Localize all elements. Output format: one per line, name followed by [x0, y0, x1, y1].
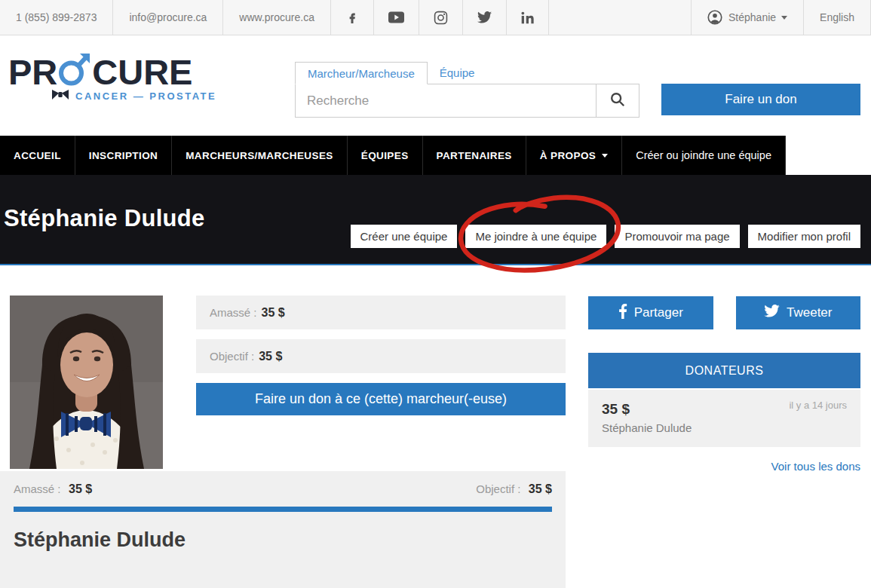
goal-label: Objectif :: [210, 350, 254, 363]
raised-label: Amassé :: [210, 306, 257, 319]
logo-tagline: CANCER — PROSTATE: [75, 90, 216, 102]
donor-list-item: 35 $ Stéphanie Dulude il y a 14 jours: [588, 390, 860, 447]
nav-creer-ou-joindre-equipe[interactable]: Créer ou joindre une équipe: [622, 136, 786, 175]
facebook-icon: [618, 304, 627, 323]
twitter-link[interactable]: [463, 0, 507, 35]
summary-goal-value: 35 $: [529, 482, 552, 495]
facebook-link[interactable]: [331, 0, 374, 35]
top-utility-bar: 1 (855) 899-2873 info@procure.ca www.pro…: [0, 0, 871, 35]
goal-value: 35 $: [259, 350, 282, 363]
procure-logo[interactable]: PR CURE CANCER — PROSTATE: [8, 51, 216, 103]
search-input[interactable]: [296, 84, 596, 117]
raised-value: 35 $: [262, 306, 285, 320]
donate-to-walker-button[interactable]: Faire un don à ce (cette) marcheur(-euse…: [196, 383, 566, 415]
user-menu[interactable]: Stéphanie: [692, 0, 804, 35]
nav-inscription[interactable]: INSCRIPTION: [75, 136, 172, 175]
nav-accueil[interactable]: ACCUEIL: [0, 136, 75, 175]
profile-content: Amassé : 35 $ Objectif : 35 $ Faire un d…: [0, 265, 871, 588]
nav-a-propos[interactable]: À PROPOS: [526, 136, 622, 175]
instagram-icon: [434, 11, 448, 25]
nav-partenaires[interactable]: PARTENAIRES: [423, 136, 526, 175]
search-button[interactable]: [596, 84, 639, 117]
sidebar: Partager Tweeter DONATEURS 35 $ Stéphani…: [588, 296, 860, 473]
youtube-icon: [388, 11, 404, 23]
chevron-down-icon: [602, 154, 608, 158]
facebook-icon: [345, 11, 359, 24]
join-team-button[interactable]: Me joindre à une équipe: [465, 225, 606, 248]
donor-name: Stéphanie Dulude: [602, 421, 847, 434]
twitter-icon: [764, 305, 780, 321]
create-team-button[interactable]: Créer une équipe: [351, 225, 458, 248]
twitter-icon: [477, 11, 492, 23]
tab-team-search[interactable]: Équipe: [428, 62, 487, 84]
logo-text-right: CURE: [92, 54, 192, 90]
site-header: PR CURE CANCER — PROSTATE Marcheur/March…: [0, 35, 871, 136]
page-title: Stéphanie Dulude: [4, 205, 205, 232]
main-navigation: ACCUEIL INSCRIPTION MARCHEURS/MARCHEUSES…: [0, 136, 871, 175]
logo-text-left: PR: [8, 54, 57, 90]
goal-row: Objectif : 35 $: [196, 339, 566, 373]
youtube-link[interactable]: [374, 0, 419, 35]
bowtie-icon: [52, 89, 69, 103]
chevron-down-icon: [781, 16, 787, 20]
tweet-button[interactable]: Tweeter: [736, 296, 861, 329]
email-link[interactable]: info@procure.ca: [113, 0, 223, 35]
instagram-link[interactable]: [419, 0, 463, 35]
user-avatar-icon: [707, 10, 722, 25]
donors-header: DONATEURS: [588, 353, 860, 388]
summary-goal-label: Objectif :: [476, 482, 520, 495]
linkedin-icon: [521, 11, 534, 24]
progress-bar: [14, 507, 552, 512]
topbar-spacer: [549, 0, 692, 35]
website-link[interactable]: www.procure.ca: [223, 0, 331, 35]
language-switch[interactable]: English: [804, 0, 871, 35]
view-all-donations-link[interactable]: Voir tous les dons: [588, 460, 860, 473]
profile-photo: [10, 296, 163, 469]
edit-profile-button[interactable]: Modifier mon profil: [748, 225, 860, 248]
walker-name-heading: Stéphanie Dulude: [14, 528, 552, 552]
raised-row: Amassé : 35 $: [196, 296, 566, 329]
progress-bar-fill: [14, 507, 552, 512]
promote-page-button[interactable]: Promouvoir ma page: [615, 225, 739, 248]
nav-a-propos-label: À PROPOS: [540, 150, 596, 161]
phone-number[interactable]: 1 (855) 899-2873: [0, 0, 113, 35]
donor-time: il y a 14 jours: [789, 400, 847, 411]
user-menu-label: Stéphanie: [728, 11, 776, 23]
magnifier-icon: [609, 91, 626, 110]
search-widget: Marcheur/Marcheuse Équipe: [295, 62, 639, 118]
facebook-share-button[interactable]: Partager: [588, 296, 713, 329]
donate-button-header[interactable]: Faire un don: [661, 84, 860, 115]
logo-wordmark: PR CURE: [8, 51, 216, 93]
tab-walker-search[interactable]: Marcheur/Marcheuse: [295, 62, 428, 84]
mars-symbol-icon: [58, 51, 91, 93]
tweet-label: Tweeter: [787, 305, 832, 320]
summary-raised-label: Amassé :: [14, 482, 61, 495]
summary-raised-value: 35 $: [69, 482, 92, 495]
linkedin-link[interactable]: [507, 0, 549, 35]
fundraising-summary-panel: Amassé : 35 $ Objectif : 35 $ Stéphanie …: [0, 471, 566, 588]
facebook-share-label: Partager: [634, 305, 683, 320]
nav-equipes[interactable]: ÉQUIPES: [348, 136, 423, 175]
profile-hero: Stéphanie Dulude Créer une équipe Me joi…: [0, 175, 871, 265]
fundraising-stats: Amassé : 35 $ Objectif : 35 $ Faire un d…: [196, 296, 566, 415]
nav-marcheurs[interactable]: MARCHEURS/MARCHEUSES: [172, 136, 348, 175]
